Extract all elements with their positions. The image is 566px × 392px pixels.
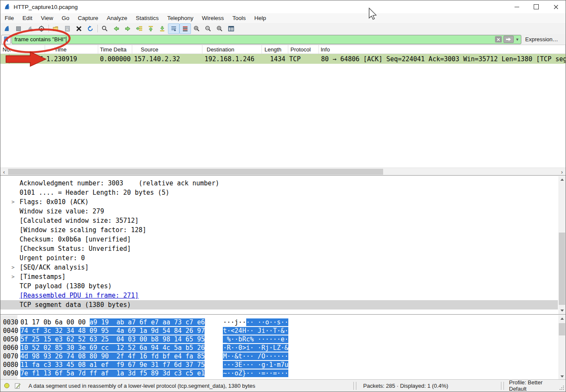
hex-row[interactable]: 0090 7e f1 13 6f 5a 7d ff af 1a 3d f5 89… [0,369,558,378]
restart-capture-icon[interactable] [24,23,36,34]
expander-icon[interactable]: > [11,199,20,205]
detail-row[interactable]: > [Timestamps] [0,272,558,281]
hex-row[interactable]: 0040 74 cf 3c 32 34 48 09 95 4a 69 1a 9d… [0,327,558,335]
resize-columns-icon[interactable] [225,23,237,34]
filter-bookmark-button[interactable] [1,35,11,44]
text-caret [66,37,66,43]
minimize-button[interactable] [507,0,526,13]
cell-time-delta: 0.000000 [98,55,132,63]
auto-scroll-toggle-icon[interactable] [168,23,179,34]
menu-item-telephony[interactable]: Telephony [163,13,198,23]
open-file-icon[interactable] [50,23,62,34]
go-to-top-icon[interactable] [145,23,156,34]
menu-item-help[interactable]: Help [250,13,270,23]
menu-item-go[interactable]: Go [57,13,74,23]
detail-row[interactable]: TCP segment data (1380 bytes) [0,300,558,310]
menu-item-edit[interactable]: Edit [18,13,37,23]
expert-info-icon[interactable] [4,383,10,389]
detail-row[interactable]: Window size value: 279 [0,207,558,216]
detail-row[interactable]: [Calculated window size: 35712] [0,216,558,225]
close-file-icon[interactable] [73,23,85,34]
stop-capture-icon[interactable] [13,23,24,34]
find-packet-icon[interactable] [99,23,111,34]
expander-icon[interactable]: > [11,274,20,280]
column-header-destination[interactable]: Destination [202,45,262,54]
menu-item-wireless[interactable]: Wireless [198,13,228,23]
scroll-down-icon[interactable] [558,307,566,314]
scroll-up-icon[interactable] [558,176,566,183]
hex-vscroll-thumb[interactable] [559,323,565,335]
hex-offset: 0040 [0,327,17,335]
minimize-icon [515,7,519,7]
go-to-packet-icon[interactable] [134,23,145,34]
apply-filter-button[interactable] [503,36,514,43]
profile-text[interactable]: Profile: Better Default [509,379,543,392]
close-button[interactable] [546,0,566,13]
detail-row[interactable]: > [SEQ/ACK analysis] [0,263,558,272]
hex-offset: 0030 [0,318,17,326]
zoom-out-icon[interactable] [202,23,214,34]
hex-row[interactable]: 0070 4d 98 93 26 74 08 80 90 2f 4f 16 fd… [0,352,558,361]
hex-offset: 0060 [0,344,17,352]
packet-list: No.TimeTime DeltaSourceDestinationLength… [0,45,566,168]
detail-row[interactable]: [Window size scaling factor: 128] [0,225,558,235]
hex-offset: 0090 [0,369,17,377]
capture-comment-icon[interactable] [14,383,21,389]
detail-row[interactable]: [Checksum Status: Unverified] [0,244,558,253]
hex-row[interactable]: 0050 5f 25 15 e3 62 52 63 25 04 03 00 b8… [0,335,558,344]
reload-file-icon[interactable] [85,23,96,34]
detail-row[interactable]: [Reassembled PDU in frame: 271] [0,291,558,300]
menu-item-tools[interactable]: Tools [228,13,250,23]
go-forward-icon[interactable] [122,23,134,34]
details-vscroll-thumb[interactable] [559,233,565,305]
scroll-up-icon[interactable] [558,315,566,322]
scroll-left-icon[interactable]: ‹ [0,168,8,176]
go-to-bottom-icon[interactable] [156,23,168,34]
hex-vscrollbar[interactable] [558,315,566,380]
menu-item-capture[interactable]: Capture [74,13,102,23]
column-header-length[interactable]: Length [262,45,288,54]
capture-options-icon[interactable] [36,23,47,34]
menu-item-statistics[interactable]: Statistics [131,13,163,23]
detail-row[interactable]: TCP payload (1380 bytes) [0,281,558,291]
expander-icon[interactable]: > [11,264,20,270]
hscroll-thumb[interactable] [8,169,383,175]
resize-grip[interactable] [559,385,565,391]
save-file-icon[interactable]: 010 [62,23,73,34]
details-vscrollbar[interactable] [558,176,566,314]
zoom-reset-icon[interactable] [214,23,225,34]
column-header-info[interactable]: Info [319,45,566,54]
column-header-protocol[interactable]: Protocol [288,45,319,54]
go-back-icon[interactable] [111,23,122,34]
column-header-time[interactable]: Time [45,45,98,54]
hex-row[interactable]: 0030 01 17 0b 6a 00 00 a9 19 ab a7 6f e7… [0,318,558,327]
column-header-time-delta[interactable]: Time Delta [98,45,132,54]
detail-row[interactable]: Urgent pointer: 0 [0,253,558,263]
packet-row[interactable]: 246 1.230919 0.000000 157.140.2.32 192.1… [0,54,566,64]
detail-row[interactable]: 0101 .... = Header Length: 20 bytes (5) [0,188,558,197]
menu-item-analyze[interactable]: Analyze [102,13,131,23]
filter-dropdown-icon[interactable]: ▼ [515,37,519,42]
detail-row[interactable]: > Flags: 0x010 (ACK) [0,197,558,207]
hex-row[interactable]: 0080 11 fa c3 33 45 08 a1 ef f9 67 9e 31… [0,361,558,369]
cell-length: 1434 [262,55,288,63]
colorize-toggle-icon[interactable] [179,23,191,34]
detail-row[interactable]: Checksum: 0x0b6a [unverified] [0,235,558,244]
column-header-no-[interactable]: No. [0,45,45,54]
packet-details-pane: Acknowledgment number: 3003 (relative ac… [0,175,566,314]
menu-item-view[interactable]: View [37,13,57,23]
zoom-in-icon[interactable] [191,23,202,34]
packet-list-hscrollbar[interactable]: ‹ › [0,168,566,176]
wireshark-logo-icon [4,3,11,10]
menu-bar: FileEditViewGoCaptureAnalyzeStatisticsTe… [0,13,566,23]
maximize-button[interactable] [526,0,546,13]
menu-item-file[interactable]: File [0,13,18,23]
expression-button[interactable]: Expression… [525,36,558,43]
hex-row[interactable]: 0060 10 52 02 85 30 3e 69 cc 12 52 6a 94… [0,344,558,352]
display-filter-input[interactable]: frame contains "BHI" ▼ [11,35,521,44]
clear-filter-button[interactable] [495,36,502,43]
detail-row[interactable]: Acknowledgment number: 3003 (relative ac… [0,179,558,188]
scroll-right-icon[interactable]: › [558,168,566,176]
column-header-source[interactable]: Source [132,45,202,54]
wireshark-fin-start-capture-icon[interactable] [1,23,13,34]
